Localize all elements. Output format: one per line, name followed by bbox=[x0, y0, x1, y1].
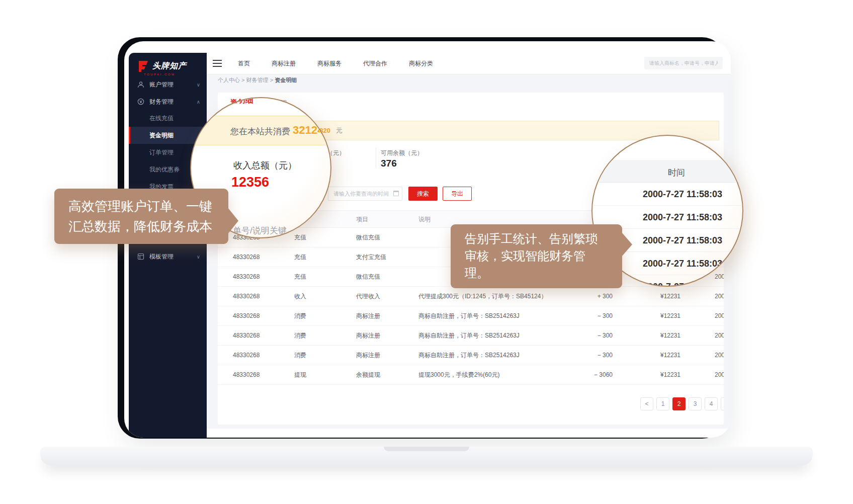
chevron-down-icon: ∨ bbox=[197, 82, 200, 88]
table-row[interactable]: 48330268消费商标注册商标自助注册，订单号：SB2514263J− 300… bbox=[218, 306, 724, 326]
breadcrumb-current: 资金明细 bbox=[275, 77, 297, 83]
chevron-down-icon: ∨ bbox=[197, 254, 200, 260]
chevron-up-icon: ∧ bbox=[197, 99, 200, 105]
banner-unit: 元 bbox=[336, 121, 343, 140]
lens-income-label: 收入总额（元） bbox=[233, 159, 297, 172]
search-button[interactable]: 搜索 bbox=[408, 187, 438, 201]
hamburger-menu-icon[interactable] bbox=[213, 60, 222, 67]
page-button-4[interactable]: 4 bbox=[705, 397, 718, 410]
main-nav: 首页 商标注册 商标服务 代理合作 商标分类 bbox=[238, 53, 433, 74]
page: 头牌知产 TOUPAI.COM 账户管理 ∨ 财务管理 ∧ 在线充值 资金明细 … bbox=[0, 0, 853, 504]
page-button-2-active[interactable]: 2 bbox=[672, 397, 686, 410]
sidebar: 头牌知产 TOUPAI.COM 账户管理 ∨ 财务管理 ∧ 在线充值 资金明细 … bbox=[129, 53, 207, 438]
table-row[interactable]: 48330268消费商标注册商标自助注册，订单号：SB2514263J− 300… bbox=[218, 326, 724, 346]
search-input[interactable] bbox=[644, 57, 723, 69]
lens-time-header: 时间 bbox=[592, 160, 743, 183]
table-row[interactable]: 48330268收入代理收入代理提成300元（ID:1245，订单号：SB451… bbox=[218, 287, 724, 306]
pagination: < 1 2 3 4 5 bbox=[640, 397, 724, 410]
page-button-5[interactable]: 5 bbox=[721, 397, 724, 410]
sidebar-item-account[interactable]: 账户管理 ∨ bbox=[129, 76, 207, 93]
breadcrumb-sep: > bbox=[270, 77, 273, 83]
table-row[interactable]: 48330268消费商标注册商标自助注册，订单号：SB2514263J− 300… bbox=[218, 346, 724, 365]
logo-text: 头牌知产 bbox=[152, 61, 187, 71]
nav-item-trademark-service[interactable]: 商标服务 bbox=[317, 59, 342, 68]
col-desc-header: 说明 bbox=[418, 215, 584, 223]
sidebar-subitem-recharge[interactable]: 在线充值 bbox=[129, 110, 207, 127]
export-button[interactable]: 导出 bbox=[443, 187, 472, 201]
calendar-icon[interactable] bbox=[393, 191, 399, 196]
lens-time-row: 2000-7-27 11:58:03 bbox=[592, 183, 743, 206]
breadcrumb-finance[interactable]: 财务管理 bbox=[246, 77, 269, 83]
template-icon bbox=[137, 253, 144, 260]
topbar: 首页 商标注册 商标服务 代理合作 商标分类 bbox=[207, 53, 731, 74]
page-button-3[interactable]: 3 bbox=[689, 397, 702, 410]
breadcrumb-sep: > bbox=[241, 77, 244, 83]
sidebar-item-label: 账户管理 bbox=[149, 80, 174, 89]
available-balance-label: 可用余额（元） bbox=[381, 149, 423, 157]
nav-item-trademark-category[interactable]: 商标分类 bbox=[409, 59, 433, 68]
breadcrumb: 个人中心 > 财务管理 > 资金明细 bbox=[218, 76, 297, 84]
laptop-base bbox=[40, 447, 813, 466]
available-balance-value: 376 bbox=[381, 158, 397, 169]
sidebar-item-template[interactable]: 模板管理 ∨ bbox=[129, 248, 207, 265]
callout-left: 高效管理账户订单、一键汇总数据，降低财务成本 bbox=[54, 189, 228, 244]
callout-right: 告别手工统计、告别繁琐审核，实现智能财务管理。 bbox=[451, 224, 622, 288]
nav-item-home[interactable]: 首页 bbox=[238, 59, 250, 68]
breadcrumb-home[interactable]: 个人中心 bbox=[218, 77, 240, 83]
sidebar-item-label: 模板管理 bbox=[149, 253, 174, 261]
table-row[interactable]: 48330268提现余额提现提现3000元，手续费2%(60元)− 3060¥1… bbox=[218, 365, 724, 385]
finance-icon bbox=[137, 98, 144, 105]
lens-income-value: 12356 bbox=[231, 175, 269, 190]
stat-divider bbox=[376, 147, 376, 167]
laptop-notch bbox=[384, 447, 469, 451]
time-query-input[interactable] bbox=[328, 187, 402, 201]
nav-item-agent-coop[interactable]: 代理合作 bbox=[363, 59, 387, 68]
sidebar-item-label: 财务管理 bbox=[149, 98, 174, 106]
sort-caret-icon: ∨ bbox=[358, 217, 361, 222]
logo: 头牌知产 bbox=[138, 60, 187, 72]
page-prev-button[interactable]: < bbox=[640, 397, 653, 410]
user-icon bbox=[137, 81, 144, 88]
sidebar-item-finance[interactable]: 财务管理 ∧ bbox=[129, 93, 207, 110]
nav-item-trademark-register[interactable]: 商标注册 bbox=[272, 59, 296, 68]
logo-icon bbox=[138, 60, 149, 72]
page-button-1[interactable]: 1 bbox=[656, 397, 669, 410]
lens-banner: 您在本站共消费 32124 bbox=[190, 116, 331, 145]
